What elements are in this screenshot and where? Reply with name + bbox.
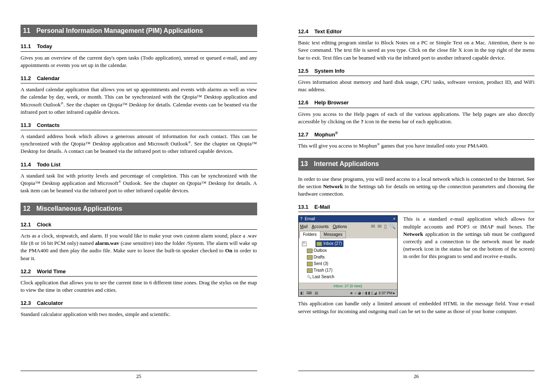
folder-inbox: Inbox (27) [315,240,343,247]
section-13-1-after-text: This application can handle only a limit… [298,300,535,315]
email-status-bar: Inbox: 27 (0 new) [299,283,397,289]
section-12-7-body: This will give you access to Mophun® gam… [298,142,535,150]
tray-clock: 2:37 PM [378,291,392,295]
page-left: 11 Personal Information Management (PIM)… [0,0,278,392]
chapter-13-number: 13 [301,159,312,168]
search-icon: 🔍 [389,223,396,230]
chapter-11-number: 11 [23,26,35,35]
email-tabs: Folders Messages [299,231,397,238]
registered-mark: ® [118,180,121,184]
folder-sent: Sent (3) [301,261,395,267]
section-11-2-body: A standard calendar application that all… [21,86,257,116]
section-12-6-heading: 12.6 Help Browser [298,99,535,108]
help-icon: ? [300,217,303,221]
folder-outbox: Outbox [301,247,395,254]
folder-icon [307,262,313,266]
tree-expand: + Inbox (27) [301,240,395,247]
send-receive-icon: ✉ [378,223,382,230]
email-titlebar: ? Email × [299,216,397,222]
section-12-6-body: Gives you access to the Help pages of ea… [298,111,535,125]
section-11-3-body: A standard address book which allows a g… [21,133,257,155]
folder-icon [307,268,313,273]
section-12-5-heading: 12.5 System Info [298,67,535,76]
menu-mail: Mail [300,224,308,230]
email-system-tray: ◧ ⌨ ▤ ◈☼◕⌂▮▮▯◢ 2:37 PM ▸ [299,289,397,297]
expand-icon: + [302,242,306,246]
new-icon: ▯ [384,223,387,230]
section-12-7-heading: 12.7 Mophun® [298,131,535,140]
section-12-1-heading: 12.1 Clock [21,221,257,230]
registered-mark: ® [188,140,191,144]
section-11-4-body: A standard task list with priority level… [21,172,257,195]
email-app-screenshot: ? Email × Mail Accounts Options ✉ ✉ ▯ 🔍 [298,215,398,297]
registered-mark: ® [335,131,338,135]
close-icon: × [393,216,396,222]
section-11-3-heading: 11.3 Contacts [21,122,257,130]
email-folder-tree: + Inbox (27) Outbox Drafts Sent (3) Tras… [299,238,397,283]
folder-icon [307,255,313,260]
page-number: 26 [414,374,419,379]
chapter-13-heading: 13 Internet Applications [298,158,535,170]
menu-options: Options [333,224,347,230]
folder-icon [307,249,313,253]
section-11-4-heading: 11.4 Todo List [21,161,257,170]
tab-folders: Folders [299,231,320,238]
tab-messages: Messages [320,231,346,238]
section-12-1-body: Acts as a clock, stopwatch, and alarm. I… [21,232,257,262]
menu-accounts: Accounts [312,224,329,230]
folder-drafts: Drafts [301,254,395,261]
compose-icon: ✉ [371,223,375,230]
chapter-12-title: Miscellaneous Applications [36,205,122,212]
section-13-1-heading: 13.1 E-Mail [298,203,535,212]
section-12-2-body: Clock application that allows you to see… [21,279,257,294]
chapter-13-title: Internet Applications [314,160,379,167]
taskbar-icons: ◧ ⌨ ▤ [300,291,319,296]
page-right: 12.4 Text Editor Basic text editing prog… [278,0,555,392]
page-footer-left: 25 [21,371,257,380]
section-11-2-heading: 11.2 Calendar [21,75,257,83]
section-11-1-body: Gives you an overview of the current day… [21,54,257,69]
folder-trash: Trash (17) [301,267,395,274]
section-12-5-body: Gives information about memory and hard … [298,78,535,93]
folder-icon [316,242,322,246]
email-figure-row: ? Email × Mail Accounts Options ✉ ✉ ▯ 🔍 [298,215,535,297]
section-12-4-body: Basic text editing program similar to Bl… [298,39,535,62]
folder-last-search: Last Search [301,274,395,280]
section-11-1-heading: 11.1 Today [21,43,257,51]
email-toolbar-icons: ✉ ✉ ▯ 🔍 [371,223,396,230]
section-13-1-side-text: This is a standard e-mail application wh… [403,215,535,293]
page-number: 25 [136,374,141,379]
section-12-2-heading: 12.2 World Time [21,268,257,277]
chapter-13-intro: In order to use these programs, you will… [298,175,535,198]
chapter-11-heading: 11 Personal Information Management (PIM)… [21,25,257,37]
email-menubar: Mail Accounts Options ✉ ✉ ▯ 🔍 [299,222,397,231]
section-12-4-heading: 12.4 Text Editor [298,28,535,37]
search-icon [307,274,311,280]
chapter-11-title: Personal Information Management (PIM) Ap… [36,27,203,34]
chapter-12-number: 12 [23,204,35,213]
email-window-title: Email [305,217,315,221]
section-12-3-heading: 12.3 Calculator [21,300,257,308]
page-footer-right: 26 [298,371,535,380]
section-12-3-body: Standard calculator application with two… [21,311,257,318]
chapter-12-heading: 12 Miscellaneous Applications [21,203,257,215]
tray-status-icons: ◈☼◕⌂▮▮▯◢ [350,291,378,295]
